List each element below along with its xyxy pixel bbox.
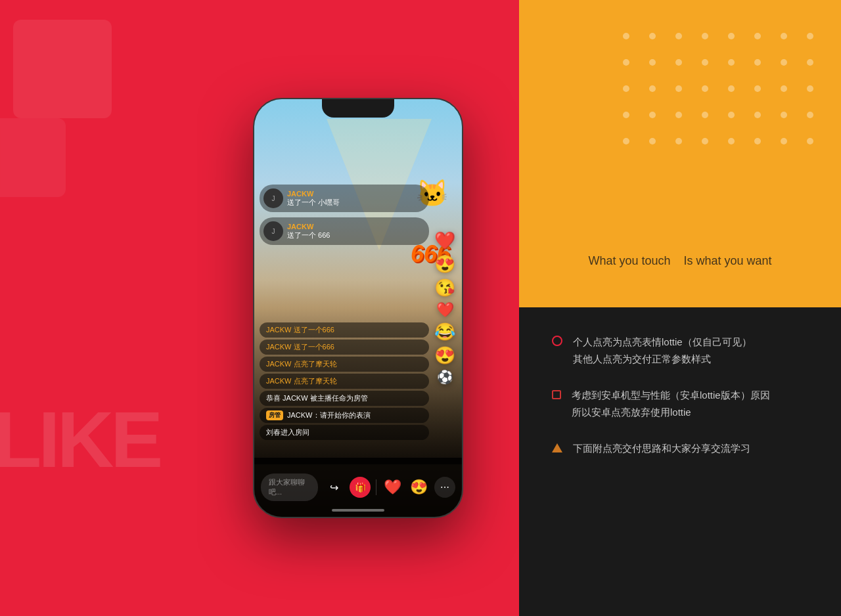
home-indicator [332,509,384,512]
dot [702,33,708,39]
phone-wrapper: 🐱 666 J JACKW 送了一个 小嘿哥 [253,98,463,518]
bullet-3: 下面附点亮交付思路和大家分享交流学习 [552,440,808,457]
dot [728,112,735,118]
phone-section: 🐱 666 J JACKW 送了一个 小嘿哥 [197,0,519,616]
avatar-1: J [263,188,283,208]
dot [781,112,787,118]
dot [754,138,761,144]
dot [623,112,629,118]
dot [807,59,813,66]
small-msg-7: 刘春进入房间 [260,425,429,440]
dot [675,33,682,39]
emoji-icon: 😍 [410,479,428,496]
emoji-laugh-1: 😂 [434,322,455,342]
small-msg-6: 房管 JACKW：请开始你的表演 [260,408,429,423]
emoji-button[interactable]: 😍 [408,477,429,498]
dot [675,138,682,144]
tagline-is: Is what you want [684,254,772,268]
emoji-stack: ❤️ 😍 😘 ❤️ 😂 😍 ⚽ [434,231,455,385]
share-button[interactable]: ↪ [323,477,344,498]
username-1: JACKW [287,190,340,198]
dot [649,59,656,66]
chat-input[interactable]: 跟大家聊聊吧... [261,473,318,501]
dot [623,138,629,144]
dot [781,138,787,144]
dot [702,85,708,92]
bullet-icon-circle [552,336,562,346]
message-list: J JACKW 送了一个 小嘿哥 J JACKW 送了一个 [260,185,429,248]
dot [649,138,656,144]
dot [728,59,735,66]
dot [623,59,629,66]
dot [754,33,761,39]
small-msg-5: 恭喜 JACKW 被主播任命为房管 [260,391,429,406]
circle-icon [552,336,562,346]
message-jackw-1: J JACKW 送了一个 小嘿哥 [260,185,429,212]
bullet-2: 考虑到安卓机型与性能（安卓lottie版本）原因所以安卓点亮放弃使用lottie [552,387,808,420]
dot [623,85,629,92]
small-msg-2: JACKW 送了一个666 [260,340,429,355]
emoji-kiss-1: 😍 [434,254,455,275]
dot [781,85,787,92]
left-decorative: LIKE [0,0,197,616]
like-watermark: LIKE [0,394,160,485]
avatar-2: J [263,221,283,241]
phone-bottom-bar: 跟大家聊聊吧... ↪ 🎁 ❤️ 😍 ⋯ [254,458,462,517]
small-msg-3: JACKW 点亮了摩天轮 [260,357,429,372]
triangle-icon [552,443,562,452]
phone-frame: 🐱 666 J JACKW 送了一个 小嘿哥 [253,98,463,518]
bullet-icon-triangle [552,443,562,452]
right-bottom-dark: 个人点亮为点亮表情lottie（仅自己可见）其他人点亮为交付正常参数样式 考虑到… [519,307,841,616]
right-section: What you touch Is what you want 个人点亮为点亮表… [519,0,841,616]
bullet-text-3: 下面附点亮交付思路和大家分享交流学习 [573,440,750,457]
bullet-1: 个人点亮为点亮表情lottie（仅自己可见）其他人点亮为交付正常参数样式 [552,334,808,367]
dot [675,85,682,92]
dot [675,112,682,118]
emoji-kiss-2: 😘 [434,278,455,298]
dot [754,112,761,118]
tagline: What you touch Is what you want [588,254,771,268]
bullet-text-1: 个人点亮为点亮表情lottie（仅自己可见）其他人点亮为交付正常参数样式 [573,334,752,367]
dot [702,59,708,66]
dot [807,33,813,39]
dot [702,138,708,144]
dot [728,85,735,92]
dot [781,33,787,39]
small-msg-1: JACKW 送了一个666 [260,322,429,338]
heart-icon: ❤️ [384,479,401,496]
bullet-icon-square [552,390,561,399]
dot [623,33,629,39]
bullet-text-2: 考虑到安卓机型与性能（安卓lottie版本）原因所以安卓点亮放弃使用lottie [572,387,770,420]
emoji-soccer: ⚽ [437,369,453,385]
dot [754,59,761,66]
dot [728,33,735,39]
emoji-heart-1: ❤️ [434,231,455,251]
dot [728,138,735,144]
message-jackw-2: J JACKW 送了一个 666 [260,217,429,245]
more-button[interactable]: ⋯ [434,477,455,498]
right-top-orange: What you touch Is what you want [519,0,841,307]
small-message-list: JACKW 送了一个666 JACKW 送了一个666 JACKW 点亮了摩天轮… [260,322,429,440]
square-icon [552,390,561,399]
phone-notch [322,99,394,118]
dot [781,59,787,66]
dot [649,33,656,39]
dot [807,112,813,118]
emoji-heart-2: ❤️ [436,301,454,319]
username-2: JACKW [287,223,330,231]
host-msg-text: JACKW：请开始你的表演 [287,410,371,420]
dot [675,59,682,66]
dot [754,85,761,92]
dot [702,112,708,118]
emoji-heart-3: 😍 [434,345,455,366]
gift-button[interactable]: 🎁 [350,477,371,498]
dot-grid [623,33,821,152]
like-button[interactable]: ❤️ [382,477,403,498]
dot [807,85,813,92]
more-icon: ⋯ [440,482,449,493]
msg-content-1: 送了一个 小嘿哥 [287,198,340,208]
dot [649,112,656,118]
bar-separator [376,479,376,495]
red-square-2 [0,118,66,197]
phone-screen: 🐱 666 J JACKW 送了一个 小嘿哥 [254,99,462,517]
